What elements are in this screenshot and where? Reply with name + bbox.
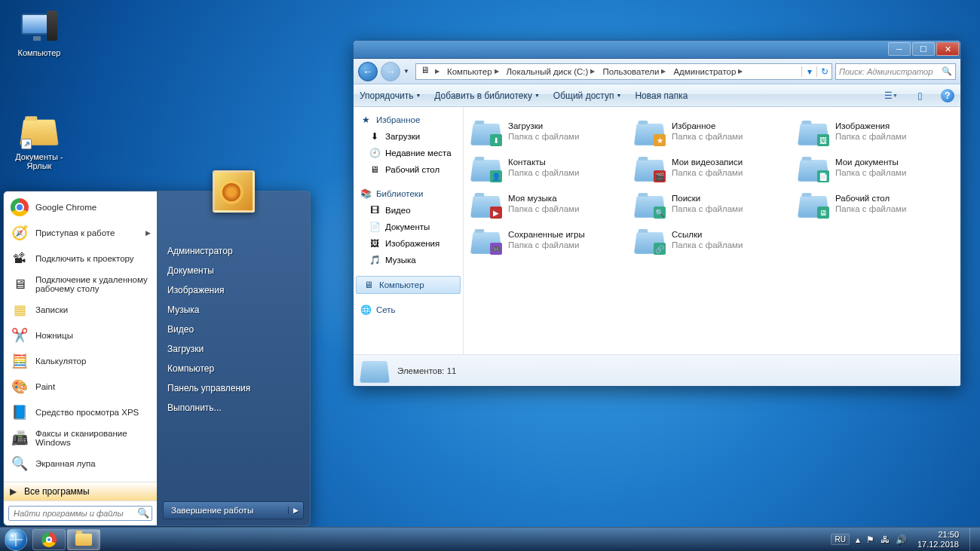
preview-pane-button[interactable]: ▯ [912, 88, 927, 103]
sm-link-user[interactable]: Администратор [157, 241, 310, 261]
tray-flag-icon[interactable]: ⚑ [866, 534, 874, 545]
folder-item[interactable]: ★ИзбранноеПапка с файлами [630, 113, 794, 149]
folder-item[interactable]: ⬇ЗагрузкиПапка с файлами [467, 113, 630, 149]
user-avatar[interactable] [213, 170, 255, 213]
sm-link-control-panel[interactable]: Панель управления [157, 378, 310, 398]
sidebar-item-music[interactable]: 🎵 Музыка [354, 252, 463, 268]
breadcrumb-seg[interactable]: Локальный диск (C:)▶ [502, 67, 599, 76]
folder-item[interactable]: 🔗СсылкиПапка с файлами [630, 222, 794, 258]
toolbar-share[interactable]: Общий доступ▼ [553, 90, 622, 101]
recent-icon: 🕘 [369, 147, 381, 159]
start-menu-item[interactable]: 📠Факсы и сканирование Windows [4, 425, 157, 451]
breadcrumb-seg[interactable]: Компьютер▶ [443, 67, 502, 76]
computer-icon: 🖥 [363, 279, 375, 291]
video-icon: 🎞 [369, 204, 381, 216]
maximize-button[interactable]: ☐ [912, 42, 935, 56]
folder-item[interactable]: ▶Моя музыкаПапка с файлами [467, 185, 630, 222]
breadcrumb-seg[interactable]: Администратор▶ [669, 67, 746, 76]
start-menu-item-label: Экранная лупа [35, 459, 96, 468]
sidebar-item-desktop[interactable]: 🖥 Рабочий стол [354, 161, 463, 178]
language-indicator[interactable]: RU [831, 534, 849, 545]
folder-item[interactable]: 🖥Рабочий столПапка с файлами [794, 185, 957, 222]
close-button[interactable]: ✕ [936, 42, 959, 56]
start-menu-left: Google Chrome🧭Приступая к работе▶📽Подклю… [4, 191, 157, 525]
sm-link-downloads[interactable]: Загрузки [157, 339, 310, 359]
start-menu-item[interactable]: 🔍Экранная лупа [4, 451, 157, 476]
start-menu-item[interactable]: 🧭Приступая к работе▶ [4, 220, 157, 246]
taskbar: RU ▴ ⚑ 🖧 🔊 21:50 17.12.2018 [0, 527, 980, 551]
start-menu-item[interactable]: Google Chrome [4, 194, 157, 220]
view-options-button[interactable]: ☰▼ [884, 88, 899, 103]
tray-volume-icon[interactable]: 🔊 [896, 534, 907, 545]
sm-link-music[interactable]: Музыка [157, 300, 310, 320]
taskbar-explorer[interactable] [67, 529, 100, 550]
start-menu: Google Chrome🧭Приступая к работе▶📽Подклю… [3, 191, 311, 526]
minimize-button[interactable]: ─ [888, 42, 911, 56]
time-text: 21:50 [917, 530, 959, 540]
folder-name: Рабочий стол [835, 193, 906, 204]
toolbar-add-to-library[interactable]: Добавить в библиотеку▼ [434, 90, 539, 101]
taskbar-chrome[interactable] [32, 529, 66, 550]
sm-link-pictures[interactable]: Изображения [157, 280, 310, 300]
tray-show-hidden-icon[interactable]: ▴ [856, 534, 860, 545]
start-menu-item[interactable]: 🧮Калькулятор [4, 348, 157, 374]
folder-item[interactable]: 📄Мои документыПапка с файлами [794, 149, 957, 185]
folder-subtitle: Папка с файлами [672, 167, 743, 178]
sm-link-videos[interactable]: Видео [157, 320, 310, 339]
shutdown-options-arrow[interactable]: ▶ [288, 507, 303, 514]
sidebar-item-downloads[interactable]: ⬇ Загрузки [354, 128, 463, 145]
search-input[interactable] [8, 506, 152, 521]
libraries-icon: 📚 [360, 188, 372, 200]
sm-link-computer[interactable]: Компьютер [157, 359, 310, 378]
window-titlebar[interactable]: ─ ☐ ✕ [354, 41, 960, 59]
start-menu-item[interactable]: 🖥Подключение к удаленному рабочему столу [4, 271, 157, 297]
show-desktop-button[interactable] [969, 528, 977, 551]
desktop-icon-documents-shortcut[interactable]: ↗ Документы - Ярлык [9, 113, 69, 170]
start-menu-item[interactable]: 🎨Paint [4, 374, 157, 399]
folder-item[interactable]: 🔍ПоискиПапка с файлами [630, 185, 794, 222]
nav-back-button[interactable]: ← [358, 62, 378, 81]
nav-history-dropdown[interactable]: ▼ [403, 68, 412, 75]
folder-item[interactable]: 🖼ИзображенияПапка с файлами [794, 113, 957, 149]
breadcrumb-dropdown[interactable]: ▾ [801, 66, 816, 77]
folder-item[interactable]: 🎮Сохраненные игрыПапка с файлами [467, 222, 630, 258]
folder-icon: ▶ [472, 188, 502, 219]
desktop-icon-computer[interactable]: Компьютер [9, 9, 69, 57]
toolbar-new-folder[interactable]: Новая папка [635, 90, 688, 101]
sidebar-libraries-header[interactable]: 📚 Библиотеки [354, 185, 463, 202]
sidebar-item-documents[interactable]: 📄 Документы [354, 219, 463, 235]
clock[interactable]: 21:50 17.12.2018 [913, 528, 963, 551]
all-programs-button[interactable]: ▶ Все программы [4, 482, 157, 500]
start-menu-item-label: Факсы и сканирование Windows [35, 429, 151, 447]
start-button[interactable] [0, 528, 32, 552]
start-menu-item[interactable]: 📽Подключить к проектору [4, 246, 157, 271]
nav-forward-button[interactable]: → [381, 62, 400, 81]
start-menu-programs: Google Chrome🧭Приступая к работе▶📽Подклю… [4, 191, 157, 482]
start-menu-item[interactable]: 📘Средство просмотра XPS [4, 399, 157, 425]
folder-item[interactable]: 🎬Мои видеозаписиПапка с файлами [630, 149, 794, 185]
sm-link-documents[interactable]: Документы [157, 261, 310, 280]
help-button[interactable]: ? [941, 89, 954, 103]
sm-link-run[interactable]: Выполнить... [157, 398, 310, 418]
search-input[interactable]: Поиск: Администратор 🔍 [835, 63, 956, 80]
folder-item[interactable]: 👤КонтактыПапка с файлами [467, 149, 630, 185]
folder-icon: 🎮 [472, 225, 502, 255]
start-menu-item[interactable]: ✂️Ножницы [4, 323, 157, 348]
sidebar-item-pictures[interactable]: 🖼 Изображения [354, 235, 463, 252]
sidebar-item-computer[interactable]: 🖥 Компьютер [356, 276, 461, 294]
sidebar-item-recent[interactable]: 🕘 Недавние места [354, 145, 463, 161]
shutdown-button[interactable]: Завершение работы ▶ [163, 501, 304, 519]
start-menu-item[interactable]: ▦Записки [4, 297, 157, 323]
computer-icon: 🖥 [421, 66, 433, 78]
sidebar-item-videos[interactable]: 🎞 Видео [354, 202, 463, 219]
start-menu-search: 🔍 [4, 500, 157, 525]
sidebar-favorites-header[interactable]: ★ Избранное [354, 112, 463, 128]
explorer-window: ─ ☐ ✕ ← → ▼ 🖥 ▶ Компьютер▶ Локальный дис… [353, 40, 961, 387]
tray-network-icon[interactable]: 🖧 [880, 534, 890, 545]
breadcrumb-seg[interactable]: Пользователи▶ [598, 67, 669, 76]
breadcrumb-root[interactable]: 🖥 ▶ [416, 66, 443, 78]
refresh-button[interactable]: ↻ [816, 66, 831, 77]
sidebar-item-network[interactable]: 🌐 Сеть [354, 302, 463, 318]
folder-name: Мои видеозаписи [672, 157, 743, 167]
toolbar-organize[interactable]: Упорядочить▼ [360, 90, 421, 101]
